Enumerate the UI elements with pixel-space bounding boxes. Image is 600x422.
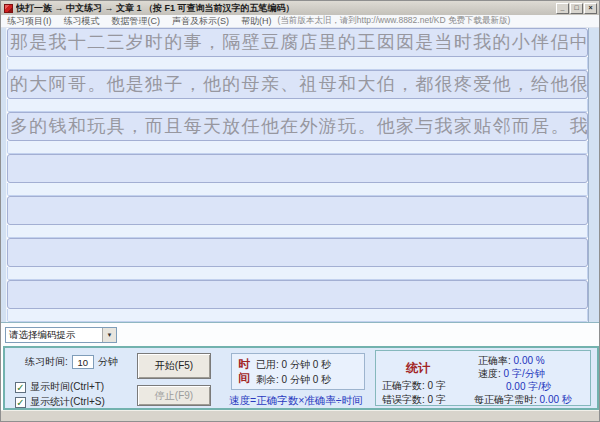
practice-time-input[interactable] [72,355,94,369]
practice-rows: 那是我十二三岁时的事，隔壁豆腐店里的王囡囡是当时我的小伴侣中 的大阿哥。他是独子… [7,28,588,322]
encoding-hint-value: 请选择编码提示 [6,329,102,342]
start-button[interactable]: 开始(F5) [137,353,211,379]
show-stats-label: 显示统计(Ctrl+S) [30,395,105,409]
practice-time-unit: 分钟 [98,355,118,369]
stats-wrong: 错误字数: 0 字 [382,393,446,407]
typing-input-line[interactable] [7,183,588,196]
typing-input-line[interactable] [7,267,588,280]
typing-input-line[interactable] [7,57,588,70]
sample-text-line [7,238,588,267]
sample-text-line [7,196,588,225]
sample-text-line: 那是我十二三岁时的事，隔壁豆腐店里的王囡囡是当时我的小伴侣中 [7,28,588,57]
minimize-icon[interactable]: _ [556,3,569,14]
sample-text-line: 多的钱和玩具，而且每天放任他在外游玩。他家与我家贴邻而居。我 [7,112,588,141]
close-icon[interactable]: × [584,3,597,14]
typing-input-line[interactable] [7,99,588,112]
typing-input-line[interactable] [7,225,588,238]
app-window: 快打一族 → 中文练习 → 文章 1 （按 F1 可查询当前汉字的五笔编码） _… [0,0,600,422]
typing-input-line[interactable] [7,309,588,322]
app-icon [4,4,13,13]
show-time-checkbox[interactable]: ✓ 显示时间(Ctrl+T) [15,380,104,394]
stats-per-char: 每正确字需时: 0.00 秒 [474,393,572,407]
checkmark-icon: ✓ [15,397,26,408]
practice-time-label: 练习时间: [25,355,68,369]
practice-time-row: 练习时间: 分钟 [25,355,118,369]
encoding-hint-select[interactable]: 请选择编码提示 ▼ [5,327,117,343]
sample-text-line [7,280,588,309]
stats-correct: 正确字数: 0 字 [382,379,446,393]
speed-formula: 速度=正确字数×准确率÷时间 [229,394,363,408]
stats-box: 统计 正确字数: 0 字 错误字数: 0 字 正确率: 0.00 % 速度: 0… [375,350,591,406]
stats-speed-per-sec: 0.00 字/秒 [506,380,551,394]
practice-text-area: 那是我十二三岁时的事，隔壁豆腐店里的王囡囡是当时我的小伴侣中 的大阿哥。他是独子… [1,28,599,322]
menu-help[interactable]: 帮助(H) [235,15,278,28]
time-box-title: 时 间 [236,357,252,386]
window-title: 快打一族 → 中文练习 → 文章 1 （按 F1 可查询当前汉字的五笔编码） [16,2,552,15]
stats-title: 统计 [406,360,430,377]
time-values: 已用: 0 分钟 0 秒 剩余: 0 分钟 0 秒 [252,357,331,386]
show-time-label: 显示时间(Ctrl+T) [30,380,104,394]
time-elapsed: 已用: 0 分钟 0 秒 [256,357,331,372]
right-margin-strip [588,28,599,322]
maximize-icon[interactable]: □ [570,3,583,14]
sample-text-line: 的大阿哥。他是独子，他的母亲、祖母和大伯，都很疼爱他，给他很 [7,70,588,99]
time-box: 时 间 已用: 0 分钟 0 秒 剩余: 0 分钟 0 秒 [231,353,365,390]
menu-bar: 练习项目(I) 练习模式 数据管理(C) 声音及标示(S) 帮助(H) (当前版… [1,15,599,28]
title-bar: 快打一族 → 中文练习 → 文章 1 （按 F1 可查询当前汉字的五笔编码） _… [1,1,599,15]
time-remaining: 剩余: 0 分钟 0 秒 [256,372,331,387]
stop-button[interactable]: 停止(F9) [137,385,211,406]
menu-practice-mode[interactable]: 练习模式 [58,15,106,28]
menu-practice-items[interactable]: 练习项目(I) [1,15,58,28]
stats-accuracy: 正确率: 0.00 % [478,354,545,368]
window-controls: _ □ × [556,3,597,14]
typing-input-line[interactable] [7,141,588,154]
menu-sound-marking[interactable]: 声音及标示(S) [166,15,235,28]
sample-text-line [7,154,588,183]
stats-speed: 速度: 0 字/分钟 [478,367,545,381]
status-bar [1,410,599,422]
chevron-down-icon[interactable]: ▼ [102,328,116,342]
menu-data-management[interactable]: 数据管理(C) [106,15,167,28]
show-stats-checkbox[interactable]: ✓ 显示统计(Ctrl+S) [15,395,105,409]
version-notice: (当前版本太旧，请到http://www.8882.net/KD 免费下载最新版… [278,15,511,27]
combo-strip: 请选择编码提示 ▼ [1,322,599,346]
checkmark-icon: ✓ [15,382,26,393]
control-panel: 练习时间: 分钟 ✓ 显示时间(Ctrl+T) ✓ 显示统计(Ctrl+S) 开… [3,346,599,410]
